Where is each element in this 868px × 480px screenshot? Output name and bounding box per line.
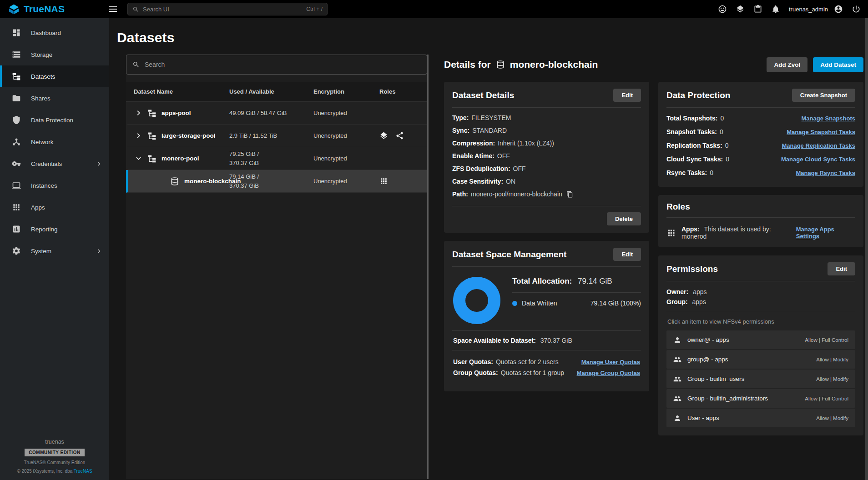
sidebar-item-reporting[interactable]: Reporting bbox=[0, 218, 109, 240]
dataset-search-input[interactable] bbox=[145, 61, 421, 68]
details-area: Details for monero-blockchain Add Zvol A… bbox=[444, 55, 863, 479]
global-search[interactable]: Ctrl + / bbox=[127, 3, 328, 15]
encryption-state: Unencrypted bbox=[313, 131, 379, 140]
dataset-row-monero-pool[interactable]: monero-pool79.25 GiB / 370.37 GiBUnencry… bbox=[126, 147, 427, 170]
chevron-right-icon[interactable] bbox=[134, 108, 143, 118]
total-allocation-value: 79.14 GiB bbox=[578, 277, 612, 285]
permission-name: owner@ - apps bbox=[687, 336, 729, 343]
create-snapshot-button[interactable]: Create Snapshot bbox=[792, 89, 855, 102]
datasets-icon bbox=[12, 72, 21, 81]
add-dataset-button[interactable]: Add Dataset bbox=[813, 57, 863, 72]
sidebar-item-credentials[interactable]: Credentials bbox=[0, 153, 109, 175]
nfsv4-hint: Click an item to view NFSv4 permissions bbox=[666, 312, 855, 330]
sidebar-item-network[interactable]: Network bbox=[0, 131, 109, 153]
total-allocation: Total Allocation: 79.14 GiB bbox=[512, 275, 641, 293]
search-icon bbox=[132, 61, 140, 68]
scrollbar-thumb[interactable] bbox=[865, 18, 868, 480]
manage-replication-tasks-link[interactable]: Manage Replication Tasks bbox=[782, 142, 855, 149]
sidebar-item-data-protection[interactable]: Data Protection bbox=[0, 109, 109, 131]
dataset-row-monero-blockchain[interactable]: monero-blockchain79.14 GiB / 370.37 GiBU… bbox=[126, 170, 427, 193]
truenas-brand[interactable]: TrueNAS bbox=[0, 4, 103, 15]
folder-icon bbox=[12, 94, 21, 103]
sidebar-item-system[interactable]: System bbox=[0, 240, 109, 262]
menu-icon[interactable] bbox=[107, 4, 118, 15]
chevron-right-icon bbox=[95, 247, 103, 255]
column-encryption: Encryption bbox=[313, 87, 379, 96]
chevron-down-icon[interactable] bbox=[134, 154, 143, 163]
detail-field: Sync:STANDARD bbox=[452, 124, 641, 137]
field-value: ON bbox=[506, 178, 515, 185]
field-label: Compression: bbox=[452, 140, 495, 147]
manage-rsync-tasks-link[interactable]: Manage Rsync Tasks bbox=[796, 170, 855, 176]
manage-apps-settings-link[interactable]: Manage Apps Settings bbox=[796, 226, 855, 240]
data-protection-row: Snapshot Tasks:0Manage Snapshot Tasks bbox=[666, 125, 855, 139]
sidebar-item-instances[interactable]: Instances bbox=[0, 175, 109, 196]
permission-item[interactable]: User - appsAllow | Modify bbox=[666, 409, 855, 427]
selected-dataset-name: monero-blockchain bbox=[510, 59, 598, 70]
chevron-right-icon[interactable] bbox=[134, 131, 143, 140]
task-count: 0 bbox=[726, 155, 729, 163]
notifications-bell-icon[interactable] bbox=[771, 5, 780, 14]
group-label: Group: bbox=[666, 298, 688, 305]
sidebar-item-label: Credentials bbox=[31, 160, 62, 167]
field-value: Inherit (1.10x (LZ4)) bbox=[498, 140, 554, 147]
sidebar-item-apps[interactable]: Apps bbox=[0, 196, 109, 218]
instances-icon bbox=[12, 181, 21, 190]
manage-snapshots-link[interactable]: Manage Snapshots bbox=[802, 115, 855, 122]
delete-dataset-button[interactable]: Delete bbox=[607, 212, 641, 225]
permission-item[interactable]: group@ - appsAllow | Modify bbox=[666, 350, 855, 369]
permission-item[interactable]: Group - builtin_usersAllow | Modify bbox=[666, 370, 855, 388]
account-icon[interactable] bbox=[834, 5, 843, 14]
detail-field: Type:FILESYSTEM bbox=[452, 111, 641, 124]
manage-user-quotas-link[interactable]: Manage User Quotas bbox=[581, 359, 640, 365]
permission-item[interactable]: owner@ - appsAllow | Full Control bbox=[666, 330, 855, 349]
dataset-table-body: apps-pool49.09 GiB / 58.47 GiBUnencrypte… bbox=[126, 102, 427, 193]
sidebar-item-storage[interactable]: Storage bbox=[0, 44, 109, 65]
sidebar-item-label: Data Protection bbox=[31, 117, 73, 124]
network-icon bbox=[12, 137, 21, 146]
jobs-clipboard-icon[interactable] bbox=[753, 5, 762, 14]
dataset-row-apps-pool[interactable]: apps-pool49.09 GiB / 58.47 GiBUnencrypte… bbox=[126, 102, 427, 125]
permission-name: User - apps bbox=[687, 415, 719, 421]
truenas-link[interactable]: TrueNAS bbox=[74, 469, 92, 474]
owner-line: Owner: apps bbox=[666, 287, 855, 297]
power-icon[interactable] bbox=[852, 5, 861, 14]
manage-group-quotas-link[interactable]: Manage Group Quotas bbox=[577, 370, 640, 376]
dataset-search[interactable] bbox=[126, 55, 427, 75]
hostname: truenas bbox=[45, 439, 64, 445]
space-management-card: Dataset Space Management Edit Total Allo… bbox=[444, 241, 649, 391]
dataset-name: large-storage-pool bbox=[161, 132, 216, 139]
global-search-input[interactable] bbox=[143, 6, 303, 13]
page-scrollbar[interactable] bbox=[865, 18, 868, 480]
storage-icon bbox=[12, 50, 21, 59]
edit-dataset-details-button[interactable]: Edit bbox=[613, 89, 641, 102]
sidebar-item-label: Storage bbox=[31, 51, 52, 58]
shield-icon bbox=[12, 115, 21, 125]
field-label: Path: bbox=[452, 190, 468, 198]
detail-field: Compression:Inherit (1.10x (LZ4)) bbox=[452, 137, 641, 150]
feedback-smiley-icon[interactable] bbox=[718, 5, 727, 14]
sidebar-footer: truenas COMMUNITY EDITION TrueNAS® Commu… bbox=[0, 439, 109, 480]
edit-space-button[interactable]: Edit bbox=[613, 248, 641, 261]
task-label: Snapshot Tasks: bbox=[666, 128, 717, 135]
sidebar-item-dashboard[interactable]: Dashboard bbox=[0, 22, 109, 44]
copy-icon[interactable] bbox=[566, 191, 573, 198]
sidebar-item-shares[interactable]: Shares bbox=[0, 87, 109, 109]
dashboard-icon bbox=[12, 28, 21, 37]
roles-title: Roles bbox=[666, 202, 690, 212]
roles-label: Apps: bbox=[681, 225, 700, 233]
permission-item[interactable]: Group - builtin_administratorsAllow | Fu… bbox=[666, 389, 855, 408]
field-label: Type: bbox=[452, 114, 469, 121]
task-count: 0 bbox=[710, 169, 713, 176]
manage-cloud-sync-tasks-link[interactable]: Manage Cloud Sync Tasks bbox=[781, 156, 855, 163]
group-value: apps bbox=[692, 298, 706, 305]
sidebar-item-datasets[interactable]: Datasets bbox=[0, 65, 109, 87]
group-icon bbox=[673, 395, 681, 403]
manage-snapshot-tasks-link[interactable]: Manage Snapshot Tasks bbox=[787, 129, 855, 135]
add-zvol-button[interactable]: Add Zvol bbox=[767, 57, 807, 72]
quotas-section: User Quotas: Quotas set for 2 users Mana… bbox=[452, 350, 641, 384]
dataset-row-large-storage-pool[interactable]: large-storage-pool2.9 TiB / 11.52 TiBUne… bbox=[126, 125, 427, 147]
checkin-layers-icon[interactable] bbox=[736, 5, 745, 14]
dataset-details-fields: Type:FILESYSTEMSync:STANDARDCompression:… bbox=[452, 108, 641, 200]
edit-permissions-button[interactable]: Edit bbox=[828, 262, 855, 275]
